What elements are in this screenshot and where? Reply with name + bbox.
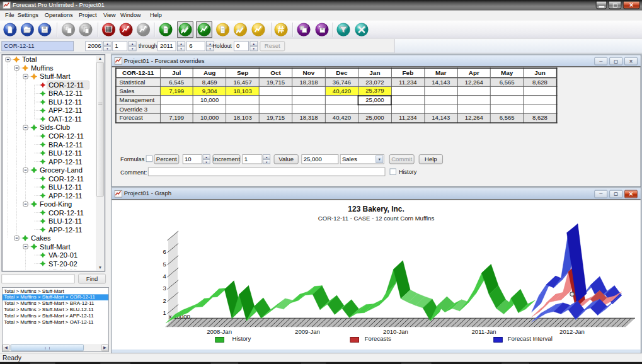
svg-text:4: 4 xyxy=(163,273,167,280)
svg-text:APP-12-11: APP-12-11 xyxy=(49,226,83,234)
svg-text:COR-12-11: COR-12-11 xyxy=(49,175,84,183)
svg-text:BLU-12-11: BLU-12-11 xyxy=(49,217,82,225)
svg-text:BLU-12-11: BLU-12-11 xyxy=(49,183,82,191)
svg-text:Grocery-Land: Grocery-Land xyxy=(40,166,83,174)
svg-text:6: 6 xyxy=(163,248,166,255)
svg-text:COR-12-11: COR-12-11 xyxy=(49,209,84,217)
svg-text:Food-King: Food-King xyxy=(40,200,72,208)
svg-text:COR-12-11: COR-12-11 xyxy=(49,132,84,140)
svg-text:APP-12-11: APP-12-11 xyxy=(49,192,83,200)
svg-text:VA-20-01: VA-20-01 xyxy=(49,251,77,259)
svg-text:3: 3 xyxy=(163,285,166,292)
svg-text:Sids-Club: Sids-Club xyxy=(40,124,70,132)
svg-text:Stuff-Mart: Stuff-Mart xyxy=(40,243,71,251)
svg-text:5: 5 xyxy=(163,261,166,268)
svg-text:APP-12-11: APP-12-11 xyxy=(49,106,83,114)
svg-text:2012-Jan: 2012-Jan xyxy=(559,328,585,335)
svg-text:2009-Jan: 2009-Jan xyxy=(295,328,320,335)
svg-text:2010-Jan: 2010-Jan xyxy=(383,328,408,335)
svg-text:BRA-12-11: BRA-12-11 xyxy=(49,89,83,97)
svg-text:2008-Jan: 2008-Jan xyxy=(207,328,232,335)
svg-text:LF-20-03: LF-20-03 xyxy=(49,268,77,270)
svg-text:2011-Jan: 2011-Jan xyxy=(472,328,496,335)
svg-text:BLU-12-11: BLU-12-11 xyxy=(49,149,82,157)
svg-text:2: 2 xyxy=(163,297,166,304)
svg-text:OAT-12-11: OAT-12-11 xyxy=(49,115,82,123)
svg-text:Total: Total xyxy=(22,55,37,63)
svg-text:APP-12-11: APP-12-11 xyxy=(49,158,83,166)
svg-text:Stuff-Mart: Stuff-Mart xyxy=(40,72,71,80)
svg-text:Muffins: Muffins xyxy=(31,64,54,72)
svg-text:COR-12-11: COR-12-11 xyxy=(49,81,84,89)
svg-text:BLU-12-11: BLU-12-11 xyxy=(49,98,82,106)
svg-text:1: 1 xyxy=(163,309,166,316)
svg-text:Cakes: Cakes xyxy=(31,234,51,242)
svg-text:ST-20-02: ST-20-02 xyxy=(49,260,77,268)
svg-text:BRA-12-11: BRA-12-11 xyxy=(49,141,83,149)
